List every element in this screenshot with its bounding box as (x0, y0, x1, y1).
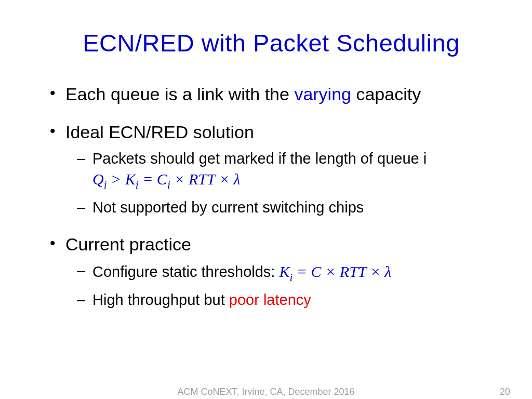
text: Ideal ECN/RED solution (65, 122, 254, 142)
text: Current practice (65, 234, 191, 254)
bullet-3: Current practice Configure static thresh… (47, 233, 496, 310)
bullet-1: Each queue is a link with the varying ca… (47, 83, 496, 105)
text: Each queue is a link with the (65, 84, 294, 104)
text: capacity (351, 84, 421, 104)
slide: ECN/RED with Packet Scheduling Each queu… (0, 0, 532, 399)
page-number: 20 (500, 387, 510, 397)
bullet-3-1: Configure static thresholds: Ki = C × RT… (75, 261, 496, 284)
footer-venue: ACM CoNEXT, Irvine, CA, December 2016 (0, 387, 532, 397)
text: Not supported by current switching chips (92, 199, 364, 216)
formula-ki: Ki = C × RTT × λ (279, 263, 391, 280)
text: Packets should get marked if the length … (92, 150, 427, 167)
formula-qi: Qi > Ki = Ci × RTT × λ (92, 170, 240, 188)
highlight-poor-latency: poor latency (229, 291, 311, 308)
bullet-2-2: Not supported by current switching chips (75, 198, 496, 218)
sub-list: Packets should get marked if the length … (75, 149, 496, 218)
bullet-2-1: Packets should get marked if the length … (75, 149, 496, 192)
bullet-2: Ideal ECN/RED solution Packets should ge… (47, 121, 496, 218)
sub-list: Configure static thresholds: Ki = C × RT… (75, 261, 496, 310)
slide-title: ECN/RED with Packet Scheduling (47, 29, 496, 57)
bullet-list: Each queue is a link with the varying ca… (47, 83, 496, 310)
highlight-varying: varying (294, 84, 351, 104)
text: Configure static thresholds: (92, 263, 279, 280)
bullet-3-2: High throughput but poor latency (75, 290, 496, 310)
text: High throughput but (92, 291, 229, 308)
